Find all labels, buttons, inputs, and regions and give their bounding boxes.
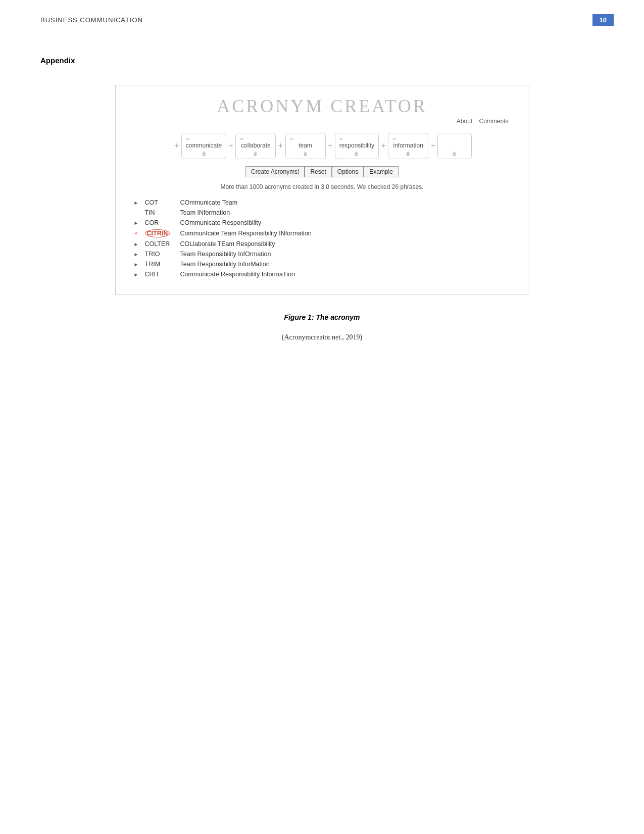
- word-text-4: information: [393, 142, 423, 149]
- arrow-icon[interactable]: ►: [131, 218, 142, 228]
- expansion-crit: Communicate Responsibility InformaTion: [177, 269, 514, 279]
- expansion-trim: Team Responsibility InforMation: [177, 259, 514, 269]
- options-button[interactable]: Options: [332, 166, 364, 177]
- nav-comments[interactable]: Comments: [479, 118, 508, 125]
- word-label-0: or: [186, 136, 189, 141]
- page-number: 10: [592, 14, 614, 26]
- create-acronyms-button[interactable]: Create Acronyms!: [245, 166, 305, 177]
- expansion-citrin: CommunIcate Team Responsibility INformat…: [177, 228, 514, 239]
- trash-icon-2[interactable]: 🗑: [303, 151, 308, 157]
- word-card-team[interactable]: or team 🗑: [285, 133, 326, 159]
- nav-about[interactable]: About: [457, 118, 472, 125]
- trash-icon-5: 🗑: [452, 151, 457, 157]
- acronym-cot: COT: [142, 198, 177, 208]
- table-row: ► CRIT Communicate Responsibility Inform…: [131, 269, 514, 279]
- word-text-0: communicate: [186, 142, 222, 149]
- plus-icon-2: +: [276, 141, 285, 152]
- arrow-icon[interactable]: ►: [131, 239, 142, 249]
- trash-icon-4[interactable]: 🗑: [406, 151, 411, 157]
- acronym-cor: COR: [142, 218, 177, 228]
- main-content: Appendix Acronym Creator About Comments …: [0, 26, 644, 362]
- word-text-3: responsibility: [339, 142, 374, 149]
- acronym-trio: TRIO: [142, 249, 177, 259]
- stats-line: More than 1000 acronyms created in 3.0 s…: [131, 183, 514, 190]
- no-arrow: [131, 208, 142, 218]
- header-title: BUSINESS COMMUNICATION: [40, 16, 143, 24]
- arrow-icon[interactable]: ►: [131, 198, 142, 208]
- acronym-creator-title: Acronym Creator: [131, 95, 514, 117]
- citrin-label: CITRIN: [145, 229, 170, 237]
- plus-icon-5: +: [428, 141, 437, 152]
- expansion-colter: COLlaborate TEam Responsibility: [177, 239, 514, 249]
- reset-button[interactable]: Reset: [305, 166, 331, 177]
- circle-icon: ⚬: [131, 228, 142, 239]
- word-label-2: or: [290, 136, 293, 141]
- arrow-icon[interactable]: ►: [131, 249, 142, 259]
- acronym-colter: COLTER: [142, 239, 177, 249]
- acronym-creator-box: Acronym Creator About Comments + or comm…: [115, 85, 529, 295]
- expansion-cor: COmmunicate Responsibility: [177, 218, 514, 228]
- table-row: TIN Team INformation: [131, 208, 514, 218]
- acronym-trim: TRIM: [142, 259, 177, 269]
- table-row-highlighted: ⚬ CITRIN CommunIcate Team Responsibility…: [131, 228, 514, 239]
- results-table: ► COT COmmunicate Team TIN Team INformat…: [131, 198, 514, 279]
- expansion-tin: Team INformation: [177, 208, 514, 218]
- acronym-crit: CRIT: [142, 269, 177, 279]
- word-label-4: or: [392, 136, 396, 141]
- plus-icon-1: +: [226, 141, 235, 152]
- acronym-citrin: CITRIN: [142, 228, 177, 239]
- word-card-communicate[interactable]: or communicate 🗑: [181, 133, 226, 159]
- trash-icon-3[interactable]: 🗑: [354, 151, 359, 157]
- word-label-3: or: [339, 136, 343, 141]
- trash-icon-1[interactable]: 🗑: [253, 151, 258, 157]
- word-text-1: collaborate: [241, 142, 271, 149]
- table-row: ► TRIM Team Responsibility InforMation: [131, 259, 514, 269]
- word-input-row: + or communicate 🗑 + or collaborate 🗑 + …: [131, 133, 514, 159]
- plus-icon-3: +: [326, 141, 335, 152]
- buttons-row: Create Acronyms! Reset Options Example: [131, 166, 514, 177]
- citation: (Acronymcreator.net., 2019): [40, 333, 604, 341]
- ac-nav: About Comments: [131, 118, 514, 125]
- expansion-cot: COmmunicate Team: [177, 198, 514, 208]
- plus-icon-0: +: [172, 141, 181, 152]
- plus-icon-4: +: [379, 141, 388, 152]
- word-card-empty[interactable]: 🗑: [437, 133, 472, 159]
- table-row: ► COLTER COLlaborate TEam Responsibility: [131, 239, 514, 249]
- word-card-collaborate[interactable]: or collaborate 🗑: [235, 133, 276, 159]
- arrow-icon[interactable]: ►: [131, 259, 142, 269]
- figure-caption: Figure 1: The acronym: [40, 313, 604, 321]
- appendix-heading: Appendix: [40, 56, 604, 65]
- word-label-1: or: [240, 136, 243, 141]
- page-header: BUSINESS COMMUNICATION 10: [0, 0, 644, 26]
- word-card-information[interactable]: or information 🗑: [388, 133, 428, 159]
- acronym-tin: TIN: [142, 208, 177, 218]
- arrow-icon[interactable]: ►: [131, 269, 142, 279]
- word-card-responsibility[interactable]: or responsibility 🗑: [335, 133, 379, 159]
- table-row: ► COR COmmunicate Responsibility: [131, 218, 514, 228]
- example-button[interactable]: Example: [364, 166, 399, 177]
- trash-icon-0[interactable]: 🗑: [202, 151, 207, 157]
- table-row: ► TRIO Team Responsibility InfOrmation: [131, 249, 514, 259]
- expansion-trio: Team Responsibility InfOrmation: [177, 249, 514, 259]
- word-text-2: team: [299, 142, 312, 149]
- table-row: ► COT COmmunicate Team: [131, 198, 514, 208]
